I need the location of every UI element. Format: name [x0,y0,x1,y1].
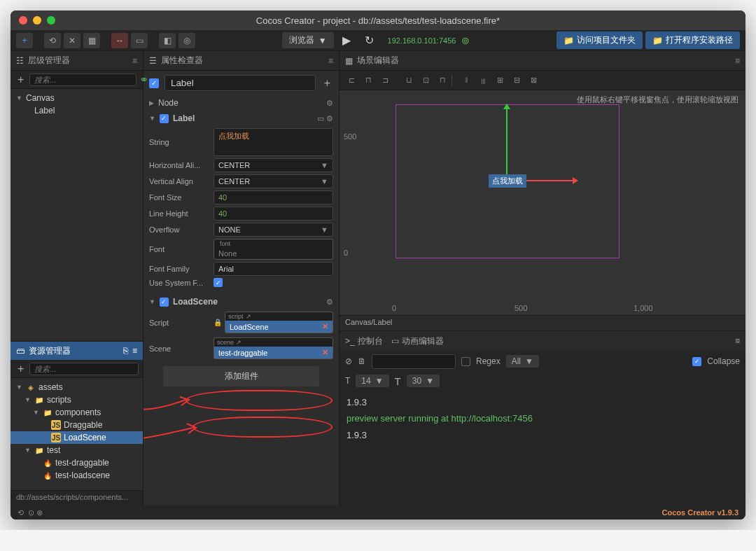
assets-file-draggable[interactable]: JSDraggable [10,419,143,431]
loadscene-enabled-checkbox[interactable]: ✓ [160,298,169,307]
scene-icon: ▦ [345,56,353,66]
anchor-tool-icon[interactable]: ◧ [159,33,176,48]
gear-icon[interactable]: ⚙ [326,99,333,108]
console-fontsize2-dropdown[interactable]: 30 ▼ [407,375,440,387]
assets-copy-icon[interactable]: ⎘ [123,346,128,356]
scene-node-label[interactable]: 点我加载 [489,174,526,188]
hierarchy-search-input[interactable] [29,74,136,86]
preview-target-dropdown[interactable]: 浏览器 ▼ [282,32,334,48]
close-tool-icon[interactable]: ✕ [64,33,80,48]
minimize-button[interactable] [33,16,41,25]
dist-icon[interactable]: ⊞ [492,74,507,88]
dist-icon3[interactable]: ⊠ [526,74,541,88]
align-right-icon[interactable]: ⊐ [377,74,393,88]
prop-lineheight-input[interactable]: 40 [214,207,333,221]
align-left-icon[interactable]: ⊏ [344,74,359,88]
dist-icon2[interactable]: ⊟ [509,74,524,88]
regex-checkbox[interactable] [461,357,470,366]
tab-animation[interactable]: ▭ 动画编辑器 [391,335,444,347]
assets-add-button[interactable]: + [15,363,27,375]
assets-path-bar: db://assets/scripts/components... [10,490,143,505]
hierarchy-node-label[interactable]: Label [10,104,143,117]
hierarchy-node-canvas[interactable]: ▼Canvas [10,92,143,104]
refresh-tool-icon[interactable]: ⟲ [44,33,61,48]
hierarchy-menu-icon[interactable]: ≡ [132,56,137,66]
assets-file-loadscene[interactable]: JSLoadScene [10,431,143,444]
status-icon2[interactable]: ⊗ [36,508,43,517]
label-enabled-checkbox[interactable]: ✓ [160,114,169,123]
console-line: 1.9.3 [346,427,738,443]
assets-folder-test[interactable]: ▼📁test [10,444,143,456]
console-filter-input[interactable] [372,354,456,369]
open-project-folder-button[interactable]: 📁 访问项目文件夹 [556,32,643,49]
sync-icon[interactable]: ⟲ [18,508,24,517]
assets-menu-icon[interactable]: ≡ [132,346,137,356]
align-top-icon[interactable]: ⊔ [401,74,416,88]
prop-halign-label: Horizontal Ali... [149,161,214,169]
hierarchy-add-button[interactable]: + [15,74,27,86]
scene-toolbar: ⊏ ⊓ ⊐ ⊔ ⊡ ⊓ ⫴ ⫼ ⊞ ⊟ ⊠ [340,71,746,90]
align-center-icon[interactable]: ⊓ [360,74,376,88]
prop-scene-slot[interactable]: scene ↗ test-draggable✕ [214,337,333,359]
status-icon[interactable]: ⊙ [28,508,34,517]
scene-panel-header: ▦ 场景编辑器 ≡ [340,51,746,71]
add-component-button[interactable]: 添加组件 [163,366,319,386]
loadscene-gear-icon[interactable]: ⚙ [326,298,333,307]
reload-button[interactable]: ↻ [359,34,379,47]
assets-search-input[interactable] [29,363,139,375]
console-level-dropdown[interactable]: All ▼ [506,355,539,368]
console-menu-icon[interactable]: ≡ [735,336,740,346]
assets-icon: 🗃 [16,346,24,356]
assets-fire-loadscene[interactable]: 🔥test-loadscene [10,469,143,482]
align-middle-icon[interactable]: ⊡ [418,74,433,88]
maximize-button[interactable] [47,16,55,25]
align-bottom-icon[interactable]: ⊓ [435,74,450,88]
console-font-toolbar: T 14 ▼ T 30 ▼ [340,372,746,390]
prop-halign-dropdown[interactable]: CENTER▼ [214,158,333,172]
scene-viewport[interactable]: 使用鼠标右键平移视窗焦点，使用滚轮缩放视图 点我加载 500 0 0 500 1… [340,90,746,315]
prop-usesystem-checkbox[interactable]: ✓ [214,278,223,287]
assets-folder-scripts[interactable]: ▼📁scripts [10,393,143,406]
prop-string-input[interactable]: 点我加载 [214,128,333,156]
prop-script-slot[interactable]: script ↗ LoadScene✕ [225,312,333,333]
grid-tool-icon[interactable]: ▦ [83,33,100,48]
dist-v-icon[interactable]: ⫼ [475,74,491,88]
script-clear-button[interactable]: ✕ [322,322,328,331]
assets-tree: ▼◈assets ▼📁scripts ▼📁components JSDragga… [10,378,143,490]
prop-fontsize-input[interactable]: 40 [214,190,333,204]
world-tool-icon[interactable]: ◎ [178,33,195,48]
section-loadscene-header[interactable]: ▼ ✓ LoadScene ⚙ [149,294,333,309]
prop-valign-dropdown[interactable]: CENTER▼ [214,174,333,188]
open-install-path-button[interactable]: 📁 打开程序安装路径 [645,32,740,49]
collapse-checkbox[interactable]: ✓ [692,357,701,366]
prop-fontfamily-input[interactable]: Arial [214,262,333,276]
assets-fire-draggable[interactable]: 🔥test-draggable [10,456,143,469]
version-label: Cocos Creator v1.9.3 [662,508,738,517]
section-label-header[interactable]: ▼ ✓ Label ▭ ⚙ [149,111,333,126]
section-node-header[interactable]: ▶Node ⚙ [149,95,333,111]
tab-console[interactable]: >_ 控制台 [345,335,383,347]
play-button[interactable]: ▶ [337,34,356,47]
prop-usesystem-label: Use System F... [149,279,214,287]
prop-font-slot[interactable]: font None [214,239,333,260]
inspector-menu-icon[interactable]: ≡ [328,56,333,66]
move-tool-icon[interactable]: ↔ [111,33,128,48]
node-name-input[interactable] [164,75,316,91]
dist-h-icon[interactable]: ⫴ [458,74,474,88]
prop-overflow-dropdown[interactable]: NONE▼ [214,223,333,237]
add-tool-icon[interactable]: + [16,33,33,48]
console-clear-icon[interactable]: ⊘ [345,356,352,366]
console-fontsize1-dropdown[interactable]: 14 ▼ [356,375,388,387]
close-button[interactable] [19,16,27,25]
assets-folder-components[interactable]: ▼📁components [10,406,143,419]
prop-valign-label: Vertical Align [149,177,214,186]
scene-menu-icon[interactable]: ≡ [735,56,740,66]
inspector-add-button[interactable]: + [321,77,333,90]
rect-tool-icon[interactable]: ▭ [131,33,148,48]
label-help-icon[interactable]: ▭ ⚙ [317,114,333,123]
node-active-checkbox[interactable]: ✓ [149,78,159,88]
gizmo-y-axis[interactable] [506,104,507,181]
assets-root[interactable]: ▼◈assets [10,381,143,393]
console-file-icon[interactable]: 🗎 [358,356,366,366]
scene-clear-button[interactable]: ✕ [322,348,328,357]
